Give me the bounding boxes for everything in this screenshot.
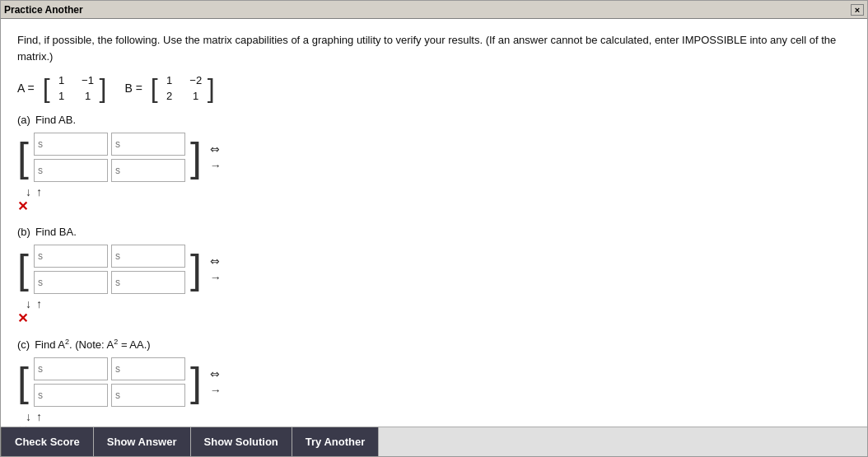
part-a-input-01[interactable]	[111, 133, 185, 156]
check-score-button[interactable]: Check Score	[1, 427, 94, 456]
show-solution-button[interactable]: Show Solution	[191, 427, 292, 456]
part-b-input-11[interactable]	[111, 271, 185, 294]
arrow-left-right-b[interactable]: ⇔	[210, 254, 222, 268]
a-cell-11: 1	[80, 90, 96, 102]
part-b-label: (b) Find BA.	[17, 226, 851, 238]
part-c-matrix-container: [ ] ⇔ →	[17, 357, 851, 407]
part-c-input-01[interactable]	[111, 357, 185, 380]
matrix-b: [ 1 −2 2 1 ]	[151, 74, 215, 102]
input-bracket-left-b: [	[17, 249, 29, 290]
input-bracket-right-b: ]	[190, 249, 202, 290]
a-cell-10: 1	[54, 90, 70, 102]
part-c-input-11[interactable]	[111, 384, 185, 407]
title-bar: Practice Another ×	[1, 1, 867, 19]
content-area: Find, if possible, the following. Use th…	[1, 19, 867, 427]
part-a-expand-arrows: ↓ ↑	[26, 185, 851, 198]
arrow-right-a[interactable]: →	[210, 159, 222, 172]
matrix-a-grid: 1 −1 1 1	[54, 74, 96, 102]
part-a-arrows: ⇔ →	[210, 142, 222, 172]
arrow-right-c[interactable]: →	[210, 384, 222, 397]
part-b-input-00[interactable]	[34, 245, 108, 268]
matrix-a-label: A =	[17, 82, 35, 95]
part-b-xmark: ✕	[17, 310, 851, 326]
arrow-left-right-c[interactable]: ⇔	[210, 367, 222, 380]
part-b-matrix-container: [ ] ⇔ →	[17, 245, 851, 294]
expand-up-c[interactable]: ↑	[36, 410, 42, 423]
expand-down-b[interactable]: ↓	[26, 297, 31, 310]
part-c-letter: (c)	[17, 338, 30, 351]
part-a-input-10[interactable]	[34, 159, 108, 182]
matrix-definitions: A = [ 1 −1 1 1 ] B = [ 1 −2 2 1	[17, 74, 851, 102]
main-window: Practice Another × Find, if possible, th…	[0, 0, 868, 457]
b-cell-11: 1	[188, 90, 204, 102]
expand-up-a[interactable]: ↑	[36, 185, 42, 198]
matrix-a: [ 1 −1 1 1 ]	[43, 74, 107, 102]
arrow-right-b[interactable]: →	[210, 271, 222, 284]
part-a-label: (a) Find AB.	[17, 114, 851, 126]
arrow-left-right-a[interactable]: ⇔	[210, 142, 222, 156]
bracket-right-a: ]	[100, 75, 107, 101]
part-b-input-grid	[34, 245, 185, 294]
a-cell-00: 1	[54, 74, 70, 86]
matrix-b-label: B =	[124, 82, 142, 95]
bracket-left-a: [	[43, 75, 50, 101]
expand-up-b[interactable]: ↑	[36, 297, 42, 310]
part-a-matrix-container: [ ] ⇔ →	[17, 133, 851, 182]
part-b-instruction: Find BA.	[35, 226, 77, 238]
expand-down-a[interactable]: ↓	[26, 185, 31, 198]
part-a-letter: (a)	[17, 114, 30, 126]
b-cell-10: 2	[161, 90, 178, 102]
close-button[interactable]: ×	[851, 4, 864, 16]
footer: Check Score Show Answer Show Solution Tr…	[1, 427, 867, 456]
input-bracket-right-c: ]	[190, 361, 202, 403]
part-a-instruction: Find AB.	[35, 114, 76, 126]
problem-statement: Find, if possible, the following. Use th…	[17, 32, 851, 64]
bracket-left-b: [	[151, 75, 158, 101]
try-another-button[interactable]: Try Another	[292, 427, 379, 456]
part-c-input-10[interactable]	[34, 384, 108, 407]
part-a-section: (a) Find AB. [ ] ⇔ → ↓ ↑	[17, 114, 851, 214]
part-b-section: (b) Find BA. [ ] ⇔ → ↓ ↑	[17, 226, 851, 326]
part-c-expand-arrows: ↓ ↑	[26, 410, 851, 423]
part-c-input-00[interactable]	[34, 357, 108, 380]
input-bracket-right-a: ]	[190, 137, 202, 178]
part-b-input-01[interactable]	[111, 245, 185, 268]
part-c-input-grid	[34, 357, 185, 407]
expand-down-c[interactable]: ↓	[26, 410, 31, 423]
part-a-input-00[interactable]	[34, 133, 108, 156]
part-b-arrows: ⇔ →	[210, 254, 222, 284]
part-a-input-grid	[34, 133, 185, 182]
part-b-input-10[interactable]	[34, 271, 108, 294]
part-c-arrows: ⇔ →	[210, 367, 222, 397]
input-bracket-left-c: [	[17, 361, 29, 403]
matrix-b-grid: 1 −2 2 1	[161, 74, 204, 102]
part-b-letter: (b)	[17, 226, 30, 238]
bracket-right-b: ]	[208, 75, 215, 101]
input-bracket-left-a: [	[17, 137, 29, 178]
part-c-label: (c) Find A2. (Note: A2 = AA.)	[17, 338, 851, 351]
part-c-instruction: Find A2. (Note: A2 = AA.)	[35, 338, 150, 351]
window-title: Practice Another	[4, 4, 864, 16]
part-b-expand-arrows: ↓ ↑	[26, 297, 851, 310]
part-a-xmark: ✕	[17, 198, 851, 214]
b-cell-01: −2	[188, 74, 204, 86]
part-c-section: (c) Find A2. (Note: A2 = AA.) [ ] ⇔ → ↓	[17, 338, 851, 427]
part-a-input-11[interactable]	[111, 159, 185, 182]
superscript-2b: 2	[114, 338, 118, 346]
show-answer-button[interactable]: Show Answer	[94, 427, 191, 456]
superscript-2: 2	[65, 338, 69, 346]
b-cell-00: 1	[161, 74, 178, 86]
a-cell-01: −1	[80, 74, 96, 86]
